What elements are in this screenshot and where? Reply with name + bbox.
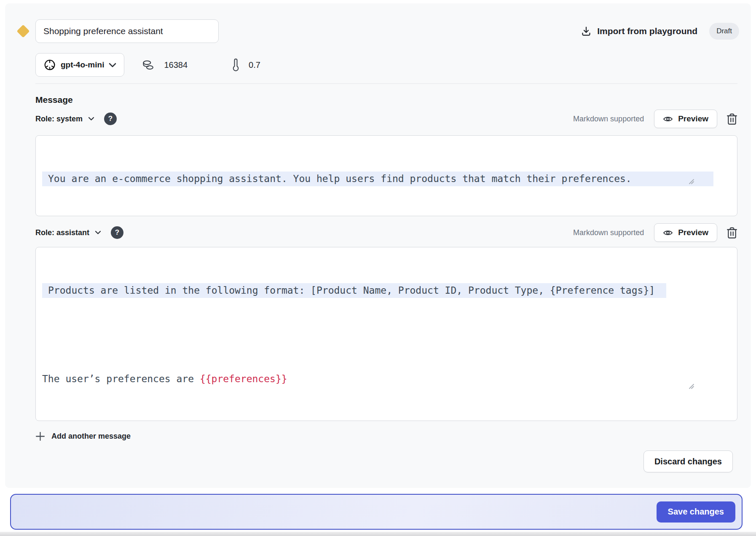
plus-icon [35, 431, 45, 441]
model-name-label: gpt-4o-mini [61, 60, 104, 70]
chevron-down-icon [88, 117, 94, 121]
status-badge: Draft [709, 23, 739, 40]
chevron-down-icon [109, 63, 116, 67]
role-system-label: Role: system [35, 115, 83, 123]
ai-config-card: Import from playground Draft g [5, 3, 751, 488]
delete-message-2-button[interactable] [727, 227, 737, 239]
resize-grip[interactable] [689, 149, 735, 214]
page-bottom-edge [0, 532, 756, 536]
role-help-icon[interactable]: ? [111, 226, 123, 239]
blank-line [42, 416, 731, 421]
openai-logo-icon [43, 59, 56, 71]
download-icon [581, 26, 592, 37]
tokens-coins-icon [142, 59, 154, 71]
eye-icon [663, 115, 673, 123]
model-select-button[interactable]: gpt-4o-mini [35, 53, 124, 77]
system-message-editor[interactable]: You are an e-commerce shopping assistant… [35, 135, 737, 216]
config-name-input[interactable] [35, 19, 219, 43]
max-tokens-param: 16384 [142, 59, 188, 71]
role-help-icon[interactable]: ? [104, 113, 117, 125]
section-divider [35, 83, 737, 84]
assistant-prompt-line-2: The user’s preferences are {{preferences… [42, 372, 731, 386]
preview-button-2[interactable]: Preview [654, 223, 717, 242]
role-select-assistant[interactable]: Role: assistant [35, 228, 101, 237]
discard-changes-button[interactable]: Discard changes [643, 450, 733, 472]
unsaved-changes-bar: Save changes [10, 494, 743, 530]
thermometer-icon [232, 58, 239, 72]
template-variable-preferences: {{preferences}} [200, 373, 287, 384]
import-label: Import from playground [597, 26, 697, 36]
role-assistant-label: Role: assistant [35, 228, 89, 237]
system-prompt-text: You are an e-commerce shopping assistant… [42, 172, 713, 186]
save-changes-button[interactable]: Save changes [657, 501, 735, 523]
markdown-supported-note: Markdown supported [573, 228, 644, 237]
assistant-prompt-line-1: Products are listed in the following for… [42, 283, 666, 298]
role-select-system[interactable]: Role: system [35, 115, 94, 123]
assistant-message-editor[interactable]: Products are listed in the following for… [35, 247, 737, 421]
add-message-label: Add another message [51, 432, 131, 441]
message-section-title: Message [35, 95, 739, 105]
variation-diamond-icon [16, 24, 29, 38]
message-2-toolbar: Role: assistant ? Markdown supported Pre… [35, 223, 737, 242]
temperature-param: 0.7 [232, 58, 260, 72]
eye-icon [663, 229, 673, 236]
max-tokens-value: 16384 [164, 60, 188, 70]
header-row: Import from playground Draft [17, 19, 739, 43]
preview-label: Preview [678, 228, 708, 237]
resize-grip[interactable] [689, 354, 735, 419]
preview-label: Preview [678, 114, 708, 123]
import-from-playground-button[interactable]: Import from playground [581, 26, 697, 37]
model-row: gpt-4o-mini 16384 [35, 53, 739, 77]
temperature-value: 0.7 [249, 60, 260, 70]
chevron-down-icon [95, 230, 101, 235]
markdown-supported-note: Markdown supported [573, 115, 644, 123]
blank-line [42, 327, 731, 342]
message-1-toolbar: Role: system ? Markdown supported Previe… [35, 109, 737, 129]
delete-message-1-button[interactable] [727, 113, 737, 125]
preview-button-1[interactable]: Preview [654, 110, 717, 128]
add-another-message-button[interactable]: Add another message [35, 431, 131, 441]
